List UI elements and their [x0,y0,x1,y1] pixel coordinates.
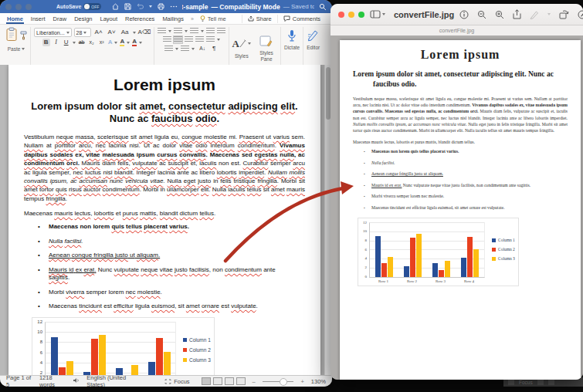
increase-indent-button[interactable] [217,28,225,35]
decrease-indent-button[interactable] [206,28,215,35]
word-embedded-chart[interactable]: 024681012Column 1Column 2Column 3Row 1Ro… [32,317,305,376]
grow-font-button[interactable]: A˄ [93,29,104,36]
word-document-page[interactable]: Lorem ipsum Lorem ipsum dolor sit amet, … [8,65,320,376]
align-right-button[interactable] [185,36,193,43]
language-indicator[interactable]: English (United States) [86,374,139,387]
borders-chevron-icon[interactable] [192,48,195,50]
line-spacing-button[interactable] [206,36,215,43]
tell-me-button[interactable]: Tell me [200,15,226,22]
tab-mailings[interactable]: Mailings [161,14,185,24]
font-color-button[interactable]: A [132,39,137,46]
styles-button[interactable]: A Styles [232,35,251,59]
share-button[interactable]: Share [242,15,277,23]
annotate-icon[interactable] [578,10,583,19]
minimize-button[interactable] [15,4,22,10]
text-effects-chevron-icon[interactable] [114,42,117,44]
focus-button[interactable]: Focus [164,378,189,385]
view-draft-button[interactable] [202,377,211,385]
zoom-out-icon[interactable] [477,10,486,19]
info-icon[interactable] [459,10,469,19]
preview-content-area[interactable]: Lorem ipsum Lorem ipsum dolor sit amet, … [330,35,583,380]
zoom-button[interactable] [358,12,364,18]
tab-references[interactable]: References [124,14,155,24]
multilevel-list-chevron-icon[interactable] [201,30,204,32]
more-icon[interactable] [170,3,178,10]
italic-button[interactable]: I [53,39,60,46]
print-icon[interactable] [158,3,164,10]
multilevel-list-button[interactable] [190,28,198,35]
close-button[interactable] [338,12,344,18]
bullet-list-button[interactable] [158,28,166,35]
font-size-select[interactable]: 28 [74,28,91,37]
bold-button[interactable]: B [42,39,50,46]
sort-button[interactable]: A↓ [197,45,208,52]
justify-button[interactable] [195,36,204,43]
page-indicator[interactable]: Page 1 of 5 [6,374,32,387]
search-icon[interactable] [319,0,327,14]
editor-button[interactable]: Editor [307,27,320,50]
subscript-button[interactable]: x₂ [88,39,96,46]
minimize-button[interactable] [348,12,354,18]
view-web-button[interactable] [225,377,234,385]
word-count[interactable]: 1218 words [39,374,66,387]
zoom-in-icon[interactable] [495,10,504,19]
tab-home[interactable]: Home [6,14,24,24]
highlight-chevron-icon[interactable] [127,42,130,44]
highlight-color-button[interactable]: A [120,39,124,46]
zoom-slider-knob[interactable] [280,378,287,386]
zoom-button[interactable] [25,4,32,10]
font-name-select[interactable]: Liberation... [34,28,72,37]
paste-chevron-icon[interactable] [22,48,25,50]
view-outline-button[interactable] [236,377,246,385]
tab-layout[interactable]: Layout [99,14,118,24]
show-paragraph-marks-button[interactable]: ¶ [210,45,218,52]
view-print-layout-button[interactable] [213,377,222,385]
underline-chevron-icon[interactable] [73,42,76,44]
numbered-list-button[interactable] [174,28,182,35]
superscript-button[interactable]: x² [98,39,106,46]
change-case-chevron-icon[interactable] [133,32,136,34]
close-button[interactable] [5,4,12,10]
undo-icon[interactable] [137,3,144,10]
underline-button[interactable]: U [63,39,70,46]
markup-chevron-icon[interactable] [547,13,551,15]
zoom-out-label[interactable]: – [253,378,256,385]
tab-draw[interactable]: Draw [53,14,68,24]
strikethrough-button[interactable]: ab [78,39,86,46]
more-tabs-chevron-icon[interactable]: » [191,16,194,22]
shrink-font-button[interactable]: A˅ [107,29,117,36]
tab-insert[interactable]: Insert [30,14,46,24]
markup-pencil-icon[interactable] [530,10,539,19]
shading-button[interactable] [164,46,173,52]
clear-formatting-button[interactable]: A⌫ [138,29,151,36]
zoom-slider[interactable] [263,381,294,382]
borders-button[interactable] [181,46,189,52]
shading-chevron-icon[interactable] [175,48,178,50]
styles-pane-button[interactable]: Styles Pane [256,32,277,61]
autosave-toggle[interactable]: AutoSave OFF [56,3,101,10]
bullet-list-chevron-icon[interactable] [168,30,171,32]
paste-button[interactable] [5,27,18,45]
read-aloud-icon[interactable] [73,377,80,385]
format-painter-icon[interactable] [20,29,27,43]
home-icon[interactable] [112,3,119,10]
tab-design[interactable]: Design [73,14,93,24]
font-color-chevron-icon[interactable] [139,42,142,44]
sidebar-toggle-button[interactable] [370,10,385,19]
text-effects-button[interactable]: A [108,39,113,46]
font-name-value: Liberation... [36,30,65,35]
rotate-icon[interactable] [559,10,569,19]
save-icon[interactable] [124,3,131,10]
undo-menu-chevron-icon[interactable] [149,5,152,8]
align-left-button[interactable] [163,36,171,43]
change-case-button[interactable]: Aa [120,29,130,36]
comments-button[interactable]: Comments [277,15,326,23]
align-center-button[interactable] [174,36,182,43]
numbered-list-chevron-icon[interactable] [185,30,188,32]
zoom-percent[interactable]: 130% [311,378,326,385]
autosave-switch[interactable]: OFF [83,3,101,10]
dictate-button[interactable]: Dictate [284,27,300,50]
line-spacing-chevron-icon[interactable] [217,39,220,41]
zoom-in-label[interactable]: + [300,378,303,385]
share-icon[interactable] [513,9,521,19]
